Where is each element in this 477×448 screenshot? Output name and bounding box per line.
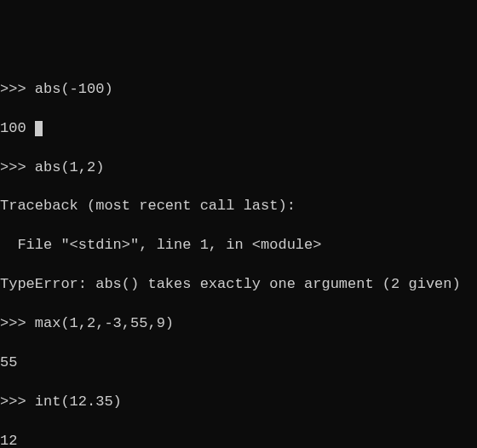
repl-text: File "<stdin>", line 1, in <module> — [0, 237, 321, 253]
repl-output-line: Traceback (most recent call last): — [0, 197, 477, 216]
repl-output-line: File "<stdin>", line 1, in <module> — [0, 236, 477, 256]
repl-text: TypeError: abs() takes exactly one argum… — [0, 276, 461, 292]
repl-text: >>> abs(1,2) — [0, 159, 104, 175]
cursor — [35, 121, 43, 136]
repl-text: 12 — [0, 433, 17, 448]
repl-input-line: >>> max(1,2,-3,55,9) — [0, 314, 477, 334]
repl-output-line: 12 — [0, 432, 477, 448]
repl-output-line: TypeError: abs() takes exactly one argum… — [0, 275, 477, 295]
repl-output-line: 55 — [0, 353, 477, 373]
repl-text: 100 — [0, 120, 35, 136]
repl-text: >>> int(12.35) — [0, 393, 122, 410]
repl-input-line: >>> int(12.35) — [0, 393, 477, 412]
repl-text: >>> abs(-100) — [0, 81, 113, 97]
repl-input-line: >>> abs(-100) — [0, 80, 477, 100]
repl-text: 55 — [0, 354, 17, 370]
repl-text: Traceback (most recent call last): — [0, 198, 296, 214]
repl-input-line: >>> abs(1,2) — [0, 158, 477, 178]
repl-output-line: 100 — [0, 119, 477, 139]
repl-text: >>> max(1,2,-3,55,9) — [0, 315, 174, 331]
